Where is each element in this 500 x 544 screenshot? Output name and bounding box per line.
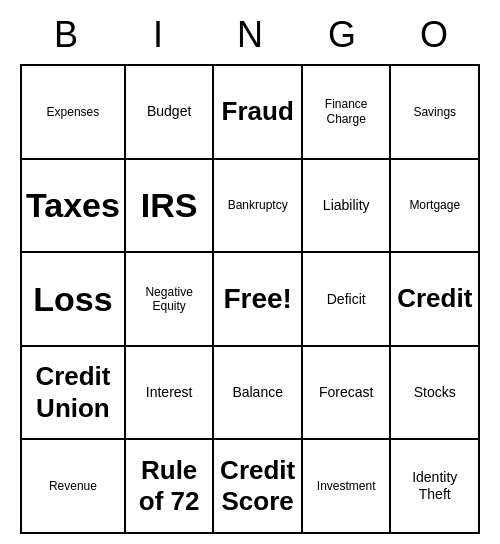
bingo-cell: Credit (391, 253, 480, 347)
bingo-cell: Credit Union (22, 347, 126, 441)
bingo-cell: Deficit (303, 253, 392, 347)
bingo-cell: Fraud (214, 66, 303, 160)
bingo-cell: Identity Theft (391, 440, 480, 534)
bingo-cell: Credit Score (214, 440, 303, 534)
bingo-grid: ExpensesBudgetFraudFinance ChargeSavings… (20, 64, 480, 534)
bingo-cell: Forecast (303, 347, 392, 441)
bingo-cell: Negative Equity (126, 253, 215, 347)
bingo-cell: Interest (126, 347, 215, 441)
header-letter: N (204, 10, 296, 60)
bingo-cell: Balance (214, 347, 303, 441)
bingo-cell: Finance Charge (303, 66, 392, 160)
bingo-cell: Free! (214, 253, 303, 347)
bingo-cell: Stocks (391, 347, 480, 441)
bingo-cell: Savings (391, 66, 480, 160)
bingo-cell: Rule of 72 (126, 440, 215, 534)
bingo-cell: Revenue (22, 440, 126, 534)
header-letter: I (112, 10, 204, 60)
bingo-cell: Loss (22, 253, 126, 347)
bingo-cell: Taxes (22, 160, 126, 254)
bingo-cell: IRS (126, 160, 215, 254)
bingo-cell: Mortgage (391, 160, 480, 254)
bingo-cell: Liability (303, 160, 392, 254)
bingo-cell: Budget (126, 66, 215, 160)
header-letter: G (296, 10, 388, 60)
bingo-cell: Bankruptcy (214, 160, 303, 254)
bingo-cell: Investment (303, 440, 392, 534)
bingo-header: BINGO (20, 10, 480, 60)
header-letter: B (20, 10, 112, 60)
bingo-cell: Expenses (22, 66, 126, 160)
header-letter: O (388, 10, 480, 60)
